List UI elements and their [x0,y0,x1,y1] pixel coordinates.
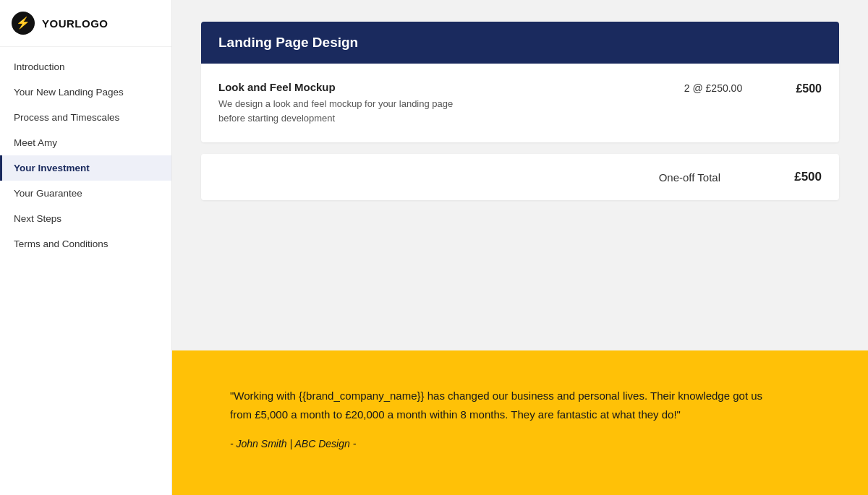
sidebar-item-next-steps[interactable]: Next Steps [0,206,171,231]
sidebar-item-your-new-landing-pages[interactable]: Your New Landing Pages [0,79,171,105]
line-item-description: Look and Feel Mockup We design a look an… [218,81,663,125]
testimonial-quote: "Working with {{brand_company_name}} has… [230,387,773,423]
landing-page-design-card: Landing Page Design Look and Feel Mockup… [201,22,839,142]
content-area: Landing Page Design Look and Feel Mockup… [172,0,868,350]
sidebar-nav: IntroductionYour New Landing PagesProces… [0,47,171,257]
line-item-name: Look and Feel Mockup [218,81,663,93]
sidebar-item-terms-and-conditions[interactable]: Terms and Conditions [0,231,171,257]
total-label: One-off Total [659,171,720,184]
sidebar-item-your-investment[interactable]: Your Investment [0,155,171,181]
logo-text: YOURLOGO [42,17,109,30]
sidebar-item-your-guarantee[interactable]: Your Guarantee [0,181,171,206]
sidebar: ⚡ YOURLOGO IntroductionYour New Landing … [0,0,172,495]
line-item-quantity: 2 @ £250.00 [663,81,764,94]
lightning-icon: ⚡ [16,17,30,29]
logo-area: ⚡ YOURLOGO [0,0,171,47]
card-header-title: Landing Page Design [218,35,358,50]
line-item-price: £500 [764,81,822,95]
total-card: One-off Total £500 [201,154,839,200]
total-value: £500 [778,170,822,184]
sidebar-item-meet-amy[interactable]: Meet Amy [0,130,171,155]
testimonial-author: - John Smith | ABC Design - [230,438,810,449]
logo-icon: ⚡ [12,12,35,35]
line-item-row: Look and Feel Mockup We design a look an… [218,81,822,125]
card-header: Landing Page Design [201,22,839,64]
testimonial-section: "Working with {{brand_company_name}} has… [172,350,868,495]
sidebar-item-introduction[interactable]: Introduction [0,54,171,79]
card-body: Look and Feel Mockup We design a look an… [201,64,839,142]
line-item-sub: We design a look and feel mockup for you… [218,97,464,125]
sidebar-item-process-and-timescales[interactable]: Process and Timescales [0,105,171,130]
main-content: Landing Page Design Look and Feel Mockup… [172,0,868,495]
